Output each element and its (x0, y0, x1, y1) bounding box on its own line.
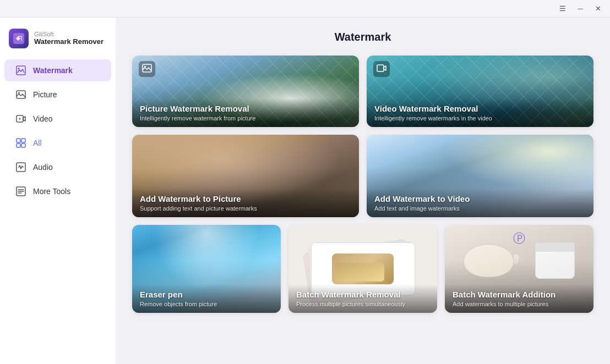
svg-rect-1 (17, 66, 25, 75)
card-picture-watermark-removal[interactable]: Picture Watermark Removal Intelligently … (132, 56, 359, 127)
svg-rect-8 (17, 144, 20, 147)
sidebar-item-more-tools[interactable]: More Tools (4, 180, 111, 202)
card-desc-4: Add text and image watermarks (374, 205, 586, 212)
svg-rect-6 (17, 139, 20, 142)
card-title-7: Batch Watermark Addition (453, 290, 586, 299)
sidebar-item-picture[interactable]: Picture (4, 84, 111, 106)
logo-area: GiliSoft Watermark Remover (0, 23, 116, 58)
card-overlay-7: Batch Watermark Addition Add watermarks … (445, 284, 593, 313)
card-eraser-pen[interactable]: Eraser pen Remove objects from picture (132, 225, 281, 313)
sidebar-video-label: Video (33, 114, 53, 123)
sidebar-item-watermark[interactable]: Watermark (4, 59, 111, 81)
sidebar-picture-label: Picture (33, 90, 57, 99)
sidebar-audio-label: Audio (33, 163, 53, 172)
video-icon (15, 113, 26, 124)
close-button[interactable]: ✕ (590, 3, 606, 15)
card-add-watermark-picture[interactable]: Add Watermark to Picture Support adding … (132, 135, 359, 217)
svg-point-4 (18, 92, 20, 94)
company-name: GiliSoft (34, 31, 104, 37)
card-icon-video (373, 61, 390, 77)
sidebar-item-video[interactable]: Video (4, 108, 111, 130)
card-desc-7: Add watermarks to multiple pictures (453, 301, 586, 307)
card-title-6: Batch Watermark Removal (296, 290, 429, 299)
minimize-button[interactable]: ─ (573, 3, 588, 15)
sidebar: GiliSoft Watermark Remover Watermark (0, 18, 116, 364)
card-add-watermark-video[interactable]: Add Watermark to Video Add text and imag… (367, 135, 593, 217)
card-desc-1: Intelligently remove watermark from pict… (140, 115, 351, 122)
card-title-5: Eraser pen (140, 290, 273, 299)
card-overlay-3: Add Watermark to Picture Support adding … (132, 189, 359, 217)
card-desc-3: Support adding text and picture watermar… (140, 205, 351, 212)
logo-text: GiliSoft Watermark Remover (34, 31, 104, 46)
card-batch-removal[interactable]: Batch Watermark Removal Process multiple… (288, 225, 437, 313)
card-title-4: Add Watermark to Video (374, 194, 586, 203)
card-overlay-2: Video Watermark Removal Intelligently re… (367, 98, 593, 127)
sidebar-all-label: All (33, 139, 42, 147)
sidebar-item-audio[interactable]: Audio (4, 156, 111, 178)
svg-rect-10 (17, 163, 25, 172)
batch-addition-icon: Ⓟ (513, 230, 525, 247)
card-overlay-5: Eraser pen Remove objects from picture (132, 284, 281, 313)
card-video-watermark-removal[interactable]: Video Watermark Removal Intelligently re… (367, 56, 593, 127)
sidebar-watermark-label: Watermark (33, 66, 73, 75)
main-content: Watermark Picture Watermark Removal Inte… (116, 18, 610, 364)
more-tools-icon (15, 186, 26, 197)
svg-rect-9 (21, 144, 25, 147)
cards-row2: Add Watermark to Picture Support adding … (132, 135, 593, 217)
card-icon-picture (139, 61, 155, 77)
card-desc-2: Intelligently remove watermarks in the v… (374, 115, 586, 122)
card-title-3: Add Watermark to Picture (140, 194, 351, 203)
card-batch-addition[interactable]: Ⓟ Batch Watermark Addition Add watermark… (445, 225, 593, 313)
card-title-1: Picture Watermark Removal (140, 104, 351, 113)
sidebar-more-tools-label: More Tools (33, 187, 70, 196)
svg-rect-7 (21, 139, 25, 142)
svg-rect-14 (377, 65, 384, 71)
page-title: Watermark (132, 31, 593, 43)
cards-row1: Picture Watermark Removal Intelligently … (132, 56, 593, 127)
watermark-icon (15, 65, 26, 76)
app-body: GiliSoft Watermark Remover Watermark (0, 18, 610, 364)
cards-row3: Eraser pen Remove objects from picture (132, 225, 593, 313)
card-desc-6: Process multiple pictures simultaneously (296, 301, 429, 307)
card-desc-5: Remove objects from picture (140, 301, 273, 307)
svg-point-13 (144, 66, 146, 68)
card-title-2: Video Watermark Removal (374, 104, 586, 113)
title-bar: ☰ ─ ✕ (0, 0, 610, 18)
menu-button[interactable]: ☰ (555, 3, 570, 15)
card-overlay-6: Batch Watermark Removal Process multiple… (288, 284, 437, 313)
svg-point-2 (18, 68, 20, 69)
card-overlay-4: Add Watermark to Video Add text and imag… (367, 189, 593, 217)
product-name: Watermark Remover (34, 37, 104, 46)
card-overlay-1: Picture Watermark Removal Intelligently … (132, 98, 359, 127)
logo-icon (9, 29, 29, 48)
audio-icon (15, 162, 26, 173)
sidebar-item-all[interactable]: All (4, 132, 111, 154)
picture-icon (15, 89, 26, 100)
all-icon (15, 137, 26, 148)
